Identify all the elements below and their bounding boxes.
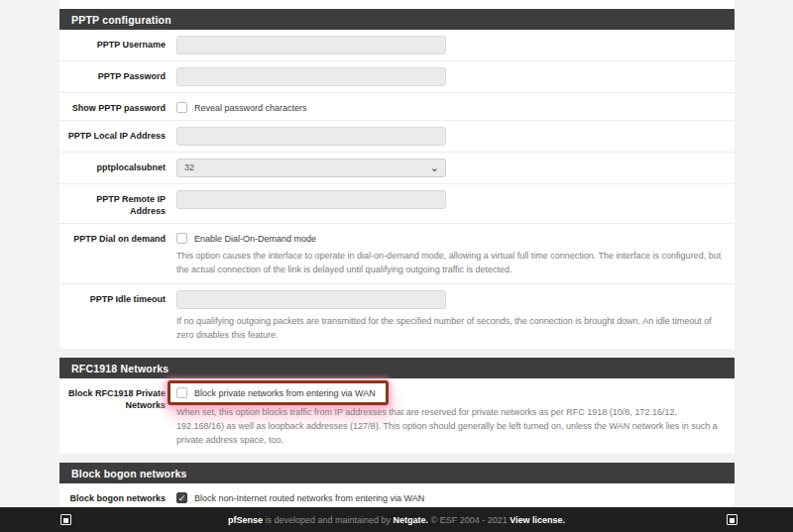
pptplocalsubnet-selected-value: 32 <box>184 162 194 172</box>
reveal-password-checkbox-label: Reveal password characters <box>194 102 307 113</box>
wizard-content: PPTP configuration PPTP Username PPTP Pa… <box>59 0 735 532</box>
block-rfc1918-checkbox[interactable] <box>176 387 187 398</box>
pptp-password-label: PPTP Password <box>59 66 166 82</box>
pptp-local-ip-row: PPTP Local IP Address <box>59 121 735 153</box>
pptp-configuration-panel: PPTP configuration PPTP Username PPTP Pa… <box>59 9 735 349</box>
pptp-idle-timeout-row: PPTP Idle timeout If no qualifying outgo… <box>59 284 735 349</box>
block-bogon-networks-heading: Block bogon networks <box>59 463 735 483</box>
dial-on-demand-checkbox[interactable] <box>176 233 187 244</box>
pptp-local-ip-label: PPTP Local IP Address <box>59 126 166 142</box>
show-pptp-password-label: Show PPTP password <box>59 98 166 114</box>
show-pptp-password-row: Show PPTP password Reveal password chara… <box>59 93 735 121</box>
pptp-username-row: PPTP Username <box>59 30 735 61</box>
idle-timeout-description: If no qualifying outgoing packets are tr… <box>176 315 722 343</box>
pptplocalsubnet-label: pptplocalsubnet <box>59 158 166 173</box>
footer-brand: pfSense <box>228 515 263 525</box>
pptp-idle-timeout-input[interactable] <box>176 290 446 309</box>
rfc1918-networks-heading: RFC1918 Networks <box>59 358 735 378</box>
footer-netgate-link[interactable]: Netgate. <box>394 515 429 525</box>
reveal-password-checkbox[interactable] <box>176 102 187 113</box>
pptp-dial-on-demand-row: PPTP Dial on demand Enable Dial-On-Deman… <box>59 224 735 284</box>
pptp-username-label: PPTP Username <box>59 35 166 51</box>
pptp-local-ip-input[interactable] <box>176 127 446 146</box>
rfc1918-highlight-annotation: Block private networks from entering via… <box>168 380 389 405</box>
previous-panel-edge <box>59 0 735 9</box>
pptp-dial-on-demand-label: PPTP Dial on demand <box>59 229 166 245</box>
scroll-top-icon-left[interactable] <box>60 514 71 525</box>
footer-maintained-text: is developed and maintained by <box>263 515 394 525</box>
block-bogon-checkbox[interactable]: ✓ <box>176 492 187 503</box>
pptp-password-row: PPTP Password <box>59 61 735 93</box>
pptp-remote-ip-input[interactable] <box>176 190 446 209</box>
pptp-configuration-heading: PPTP configuration <box>59 9 735 30</box>
pptp-password-input[interactable] <box>176 67 446 86</box>
chevron-down-icon: ⌄ <box>430 160 439 176</box>
pptp-username-input[interactable] <box>176 36 446 54</box>
block-rfc1918-checkbox-label: Block private networks from entering via… <box>194 387 376 398</box>
block-rfc1918-label: Block RFC1918 Private Networks <box>59 383 166 411</box>
scroll-top-icon-glyph <box>63 518 68 523</box>
dial-on-demand-checkbox-label: Enable Dial-On-Demand mode <box>194 233 316 244</box>
rfc1918-networks-panel: RFC1918 Networks Block RFC1918 Private N… <box>59 358 735 454</box>
block-bogon-checkbox-label: Block non-Internet routed networks from … <box>194 492 424 503</box>
block-rfc1918-description: When set, this option blocks traffic fro… <box>176 406 722 448</box>
pptp-idle-timeout-label: PPTP Idle timeout <box>59 289 166 305</box>
footer-bar: pfSense is developed and maintained by N… <box>0 507 793 532</box>
scroll-top-icon-right[interactable] <box>727 514 737 525</box>
block-rfc1918-row: Block RFC1918 Private Networks Block pri… <box>59 378 735 454</box>
pptplocalsubnet-select[interactable]: 32 ⌄ <box>176 159 446 177</box>
pptp-remote-ip-label: PPTP Remote IP Address <box>59 189 166 217</box>
footer-view-license-link[interactable]: View license. <box>510 515 565 525</box>
block-bogon-label: Block bogon networks <box>59 488 166 504</box>
pptplocalsubnet-row: pptplocalsubnet 32 ⌄ <box>59 153 735 184</box>
dial-on-demand-description: This option causes the interface to oper… <box>176 250 722 277</box>
pptp-remote-ip-row: PPTP Remote IP Address <box>59 184 735 224</box>
footer-copyright: © ESF 2004 - 2021 <box>428 515 510 525</box>
scroll-top-icon-glyph <box>730 518 735 523</box>
